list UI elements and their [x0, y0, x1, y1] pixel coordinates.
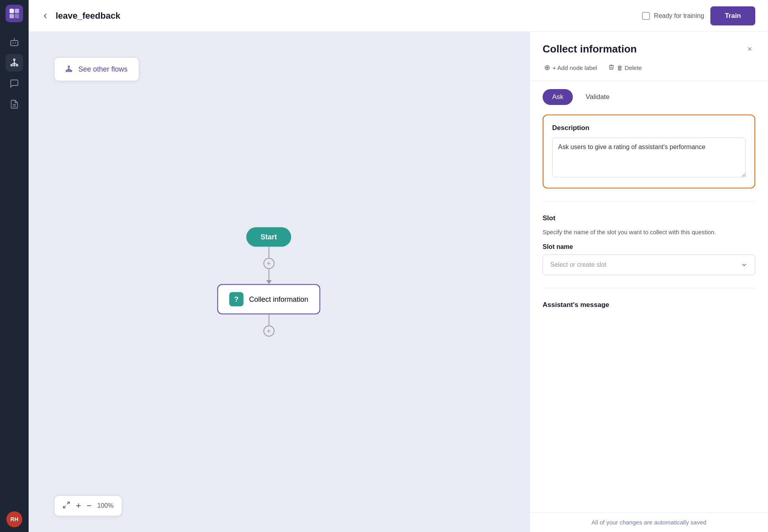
- zoom-level: 100%: [97, 502, 114, 509]
- autosave-bar: All of your changes are automatically sa…: [530, 512, 768, 532]
- svg-point-24: [70, 70, 72, 72]
- assistant-message-section: Assistant's message: [543, 301, 755, 311]
- zoom-in-button[interactable]: +: [76, 501, 81, 511]
- page-title: leave_feedback: [56, 11, 636, 21]
- sidebar-item-file[interactable]: [6, 95, 23, 113]
- assistant-message-title: Assistant's message: [543, 301, 755, 309]
- add-node-label-button[interactable]: ⊕ + Add node label: [543, 61, 599, 74]
- panel-tabs: Ask Validate: [530, 81, 768, 105]
- svg-point-11: [14, 59, 15, 60]
- sidebar-item-bot[interactable]: [6, 33, 23, 51]
- connector-2: +: [263, 315, 274, 337]
- add-node-button-2[interactable]: +: [263, 326, 274, 337]
- slot-name-label: Slot name: [543, 243, 755, 250]
- logo[interactable]: [6, 5, 23, 22]
- zoom-fit-button[interactable]: [62, 501, 70, 511]
- svg-point-8: [14, 38, 15, 39]
- panel-body: Description Slot Specify the name of the…: [530, 105, 768, 321]
- line-1: [268, 247, 269, 258]
- svg-line-30: [64, 505, 66, 508]
- description-label: Description: [552, 124, 746, 132]
- flow-canvas[interactable]: See other flows Start + ? Collect inform…: [29, 32, 529, 532]
- right-panel: Collect information × ⊕ + Add node label: [529, 32, 768, 532]
- svg-point-23: [68, 70, 70, 72]
- svg-point-21: [68, 66, 70, 68]
- sidebar-item-flows[interactable]: [6, 54, 23, 72]
- content-area: See other flows Start + ? Collect inform…: [29, 32, 768, 532]
- svg-point-6: [15, 43, 16, 44]
- line-2: [268, 269, 269, 280]
- zoom-out-button[interactable]: −: [87, 501, 92, 511]
- svg-rect-0: [10, 9, 14, 13]
- train-button[interactable]: Train: [710, 6, 755, 25]
- flow-diagram: Start + ? Collect information +: [217, 227, 320, 337]
- trash-icon: [608, 64, 615, 72]
- sidebar-item-chat[interactable]: [6, 75, 23, 92]
- svg-point-12: [11, 64, 12, 66]
- slot-label: Slot: [543, 214, 755, 222]
- avatar[interactable]: RH: [6, 511, 22, 527]
- sidebar: RH: [0, 0, 29, 532]
- svg-point-13: [14, 64, 15, 66]
- svg-rect-4: [11, 41, 18, 46]
- svg-point-5: [13, 43, 14, 44]
- arrow-down: [266, 280, 272, 284]
- panel-actions: ⊕ + Add node label 🗑 Delete: [543, 61, 755, 74]
- panel-title: Collect information: [543, 43, 637, 55]
- slot-placeholder: Select or create slot: [550, 261, 606, 268]
- back-button[interactable]: [41, 12, 49, 20]
- panel-title-row: Collect information ×: [543, 43, 755, 55]
- delete-text: 🗑 Delete: [617, 64, 642, 71]
- svg-rect-1: [15, 9, 19, 13]
- collect-node-label: Collect information: [249, 295, 308, 303]
- topbar: leave_feedback Ready for training Train: [29, 0, 768, 32]
- plus-circle-icon: ⊕: [544, 63, 550, 72]
- collect-icon: ?: [229, 292, 244, 307]
- add-node-label-text: + Add node label: [553, 64, 597, 71]
- close-button[interactable]: ×: [744, 44, 755, 55]
- ready-training-checkbox[interactable]: [642, 12, 650, 20]
- see-other-flows-button[interactable]: See other flows: [54, 57, 139, 81]
- divider-1: [543, 201, 755, 202]
- see-other-flows-label: See other flows: [78, 65, 128, 74]
- add-node-button-1[interactable]: +: [263, 258, 274, 269]
- svg-line-29: [67, 502, 70, 504]
- start-node[interactable]: Start: [246, 227, 291, 247]
- delete-button[interactable]: 🗑 Delete: [607, 62, 644, 74]
- svg-point-14: [16, 64, 18, 66]
- description-section: Description: [543, 115, 755, 188]
- zoom-controls: + − 100%: [54, 495, 122, 516]
- collect-node[interactable]: ? Collect information: [217, 284, 320, 315]
- main-area: leave_feedback Ready for training Train: [29, 0, 768, 532]
- slot-section: Slot Specify the name of the slot you wa…: [543, 214, 755, 275]
- tab-ask[interactable]: Ask: [543, 89, 573, 105]
- ready-training-row: Ready for training: [642, 12, 704, 20]
- svg-point-22: [66, 70, 68, 72]
- description-textarea[interactable]: [552, 138, 746, 177]
- divider-2: [543, 288, 755, 288]
- tab-validate[interactable]: Validate: [576, 89, 619, 105]
- panel-header: Collect information × ⊕ + Add node label: [530, 32, 768, 81]
- topbar-right: Ready for training Train: [642, 6, 755, 25]
- ready-training-label: Ready for training: [654, 12, 704, 19]
- sidebar-nav: [6, 33, 23, 511]
- svg-rect-2: [10, 14, 14, 18]
- svg-rect-3: [15, 14, 19, 18]
- slot-description: Specify the name of the slot you want to…: [543, 228, 755, 237]
- slot-select-dropdown[interactable]: Select or create slot: [543, 254, 755, 275]
- connector-1: +: [263, 247, 274, 284]
- line-3: [268, 315, 269, 326]
